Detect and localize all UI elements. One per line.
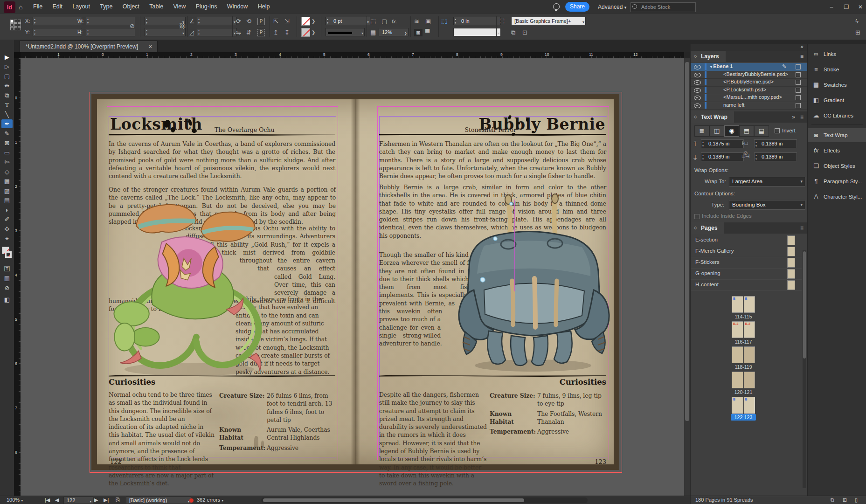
- wrap-bounding-box-button[interactable]: ◫: [709, 125, 724, 137]
- adobe-stock-search[interactable]: Adobe Stock: [630, 2, 696, 12]
- wrap-offset-field[interactable]: ▴▾0 in: [453, 17, 501, 25]
- spread-thumbnail-114-115[interactable]: BB: [732, 296, 755, 313]
- pages-scrollbar-thumb[interactable]: [803, 251, 806, 359]
- spread-label[interactable]: 118-119: [718, 364, 769, 370]
- vertical-scrollbar-thumb[interactable]: [685, 62, 689, 421]
- advanced-dropdown[interactable]: Advanced ▾: [598, 4, 626, 10]
- clear-overrides-icon[interactable]: ⊡: [522, 29, 527, 36]
- rectangle-tool[interactable]: ▭: [1, 148, 13, 157]
- layer-row[interactable]: <P.BubblyBernie.psd>: [691, 78, 807, 87]
- text-wrap-tab[interactable]: Text Wrap: [691, 111, 734, 123]
- visibility-eye-icon[interactable]: [694, 65, 701, 69]
- select-container-icon[interactable]: ⇱: [273, 18, 278, 25]
- visibility-eye-icon[interactable]: [694, 96, 701, 100]
- pages-menu-icon[interactable]: ≡: [800, 225, 804, 231]
- frame-fitting-icon[interactable]: ⛶: [500, 18, 504, 25]
- menu-file[interactable]: File: [29, 0, 47, 13]
- layer-select-box[interactable]: [796, 88, 801, 93]
- corner-options-icon[interactable]: ⬚: [370, 18, 376, 25]
- horizontal-ruler[interactable]: 1 0 1 2 3 4 5 6 7 8 9 10 11 12: [14, 52, 684, 58]
- pages-section-row[interactable]: G-opening: [691, 268, 802, 280]
- menu-type[interactable]: Type: [96, 0, 117, 13]
- right-offset-field[interactable]: ▴▾0,1389 in: [754, 152, 797, 161]
- menu-layout[interactable]: Layout: [68, 0, 94, 13]
- line-tool[interactable]: ╲: [1, 110, 13, 119]
- layer-row[interactable]: <MarsuL...mith copy.psd>: [691, 94, 807, 102]
- wrap-bounding-icon[interactable]: ▣: [425, 18, 431, 25]
- layer-row[interactable]: <P.Locksmith.psd>: [691, 86, 807, 95]
- screen-mode-icon[interactable]: ◧: [1, 295, 13, 304]
- visibility-eye-icon[interactable]: [694, 88, 701, 93]
- visibility-eye-icon[interactable]: [694, 80, 701, 85]
- menu-help[interactable]: Help: [254, 0, 274, 13]
- document-close-icon[interactable]: ✕: [148, 41, 152, 53]
- contour-type-dropdown[interactable]: Bounding Box▾: [729, 200, 805, 210]
- constrain-dimensions-icon[interactable]: ⊘: [130, 22, 135, 30]
- pencil-tool[interactable]: ✎: [1, 129, 13, 138]
- zoom-level[interactable]: 100% ▾: [7, 497, 23, 503]
- invert-checkbox[interactable]: [775, 128, 780, 133]
- share-button[interactable]: Share: [565, 2, 589, 12]
- fill-stroke-swatches[interactable]: [2, 247, 12, 261]
- menu-view[interactable]: View: [169, 0, 190, 13]
- dock-paragraph-styles[interactable]: ¶Paragraph Sty...: [808, 174, 866, 188]
- pages-section-row[interactable]: F-Merch Gallery: [691, 246, 802, 257]
- layers-collapse-icon[interactable]: »: [800, 43, 804, 50]
- rotate-ccw-icon[interactable]: ⟲: [246, 18, 251, 25]
- gradient-swatch-tool[interactable]: ▩: [1, 177, 13, 186]
- pen-tool[interactable]: ✒: [1, 119, 13, 128]
- type-tool[interactable]: T: [1, 100, 13, 109]
- apply-color-icon[interactable]: ▦: [1, 274, 13, 283]
- wrap-none-icon[interactable]: ≋: [414, 18, 419, 25]
- vertical-scrollbar[interactable]: [684, 58, 690, 496]
- wrap-shape-icon[interactable]: ◙: [414, 29, 423, 36]
- horizontal-scrollbar[interactable]: [261, 497, 588, 503]
- pages-section-row[interactable]: E-section: [691, 235, 802, 246]
- document-tab[interactable]: *Untamed2.indd @ 100% [Overprint Preview…: [20, 41, 158, 53]
- select-next-object-icon[interactable]: ↧: [284, 29, 290, 36]
- menu-object[interactable]: Object: [118, 0, 144, 13]
- dock-object-styles[interactable]: ❏Object Styles: [808, 159, 866, 173]
- dock-stroke[interactable]: ≡Stroke: [808, 62, 866, 76]
- shear-angle-field[interactable]: ▴▾▾: [197, 28, 237, 36]
- spread-label-selected[interactable]: 122-123: [718, 414, 769, 420]
- object-style-dropdown[interactable]: [Basic Graphics Frame]+▾: [511, 17, 586, 25]
- visibility-eye-icon[interactable]: [694, 73, 701, 77]
- page-number-field[interactable]: 122▾: [63, 497, 93, 504]
- effects-icon[interactable]: fx.: [392, 18, 397, 25]
- select-previous-object-icon[interactable]: ↥: [273, 29, 278, 36]
- w-field[interactable]: ▴▾: [86, 17, 135, 25]
- preview-swatch-dropdown[interactable]: ▾: [453, 28, 501, 36]
- edit-page-size-icon[interactable]: ⧉: [831, 497, 834, 503]
- rotation-angle-field[interactable]: ▴▾▾: [197, 17, 237, 25]
- horizontal-scrollbar-thumb[interactable]: [263, 498, 524, 502]
- lightning-icon[interactable]: ϟ: [855, 18, 859, 25]
- link-scale-icon[interactable]: ⛓: [179, 22, 185, 30]
- new-page-icon[interactable]: ⊞: [843, 497, 847, 503]
- visibility-eye-icon[interactable]: [694, 104, 701, 108]
- left-offset-field[interactable]: ▴▾0,1389 in: [754, 139, 797, 148]
- selection-tool[interactable]: ▶: [1, 53, 13, 62]
- reference-point-proxy[interactable]: [10, 20, 21, 30]
- wrap-jump-column-button[interactable]: ⬓: [754, 125, 769, 137]
- layer-row[interactable]: name left: [691, 102, 807, 110]
- quick-apply-icon[interactable]: ⧉: [511, 29, 515, 36]
- spread-label[interactable]: 120-121: [718, 389, 769, 395]
- top-offset-field[interactable]: ▴▾0,1875 in: [701, 139, 744, 148]
- vertical-ruler[interactable]: 0 1 2 3 4 5 6 7 8: [14, 58, 21, 496]
- select-content-icon[interactable]: ⇲: [284, 18, 290, 25]
- bottom-offset-field[interactable]: ▴▾0,1389 in: [701, 152, 744, 161]
- spread-label[interactable]: 114-115: [718, 314, 769, 319]
- h-field[interactable]: ▴▾: [86, 28, 135, 36]
- content-collector-tool[interactable]: ⧉: [1, 91, 13, 100]
- gap-tool[interactable]: ⇹: [1, 81, 13, 90]
- y-field[interactable]: ▴▾: [33, 28, 82, 36]
- pages-tab[interactable]: Pages: [691, 222, 724, 234]
- eyedropper-tool[interactable]: ✐: [1, 215, 13, 224]
- zoom-tool[interactable]: ⌖: [1, 234, 13, 243]
- menu-window[interactable]: Window: [223, 0, 252, 13]
- ochu-illustration[interactable]: [111, 198, 287, 381]
- menu-table[interactable]: Table: [145, 0, 167, 13]
- direct-selection-tool[interactable]: ▷: [1, 62, 13, 71]
- wrap-none-button[interactable]: ≣: [694, 125, 709, 137]
